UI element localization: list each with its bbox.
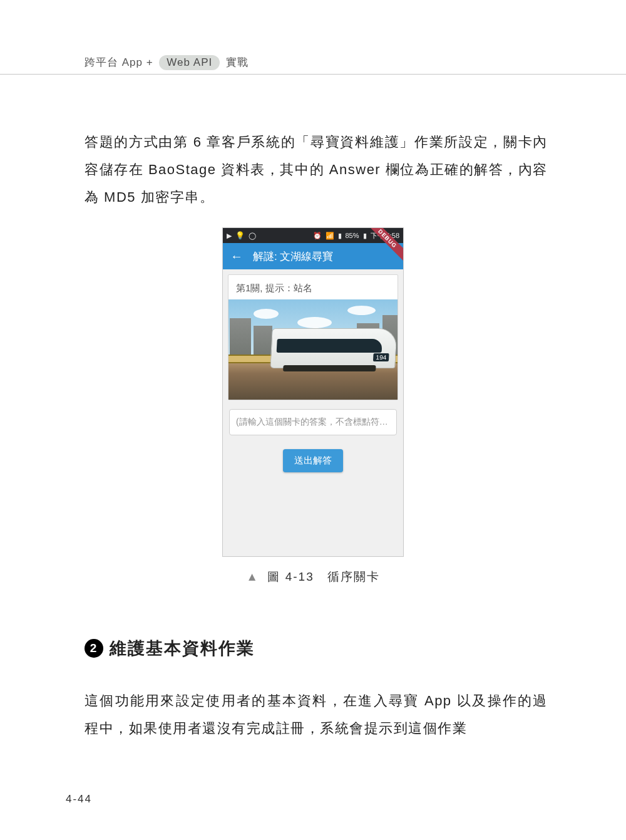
appbar-title: 解謎: 文湖線尋寶 <box>253 249 333 264</box>
alarm-icon: ⏰ <box>313 232 322 239</box>
head-badge: Web API <box>159 55 220 70</box>
caption-text: 圖 4-13 循序關卡 <box>267 570 379 583</box>
status-bar: ▶ 💡 ◯ ⏰ 📶 ▮ 85% ▮ 下午 5:58 <box>223 228 403 243</box>
wifi-icon: 📶 <box>326 232 334 239</box>
section-2-heading: 2 維護基本資料作業 <box>85 637 255 660</box>
head-rule <box>0 74 626 75</box>
section-2-title: 維護基本資料作業 <box>110 637 255 660</box>
train-illustration: 194 <box>270 328 397 368</box>
caption-marker-icon: ▲ <box>246 570 259 583</box>
answer-input[interactable]: (請輸入這個關卡的答案，不含標點符… <box>229 409 397 435</box>
app-bar: ← 解謎: 文湖線尋寶 <box>223 243 403 269</box>
page-number: 4-44 <box>66 793 92 806</box>
figure-caption: ▲ 圖 4-13 循序關卡 <box>0 569 626 585</box>
head-prefix: 跨平台 App + <box>85 56 153 68</box>
bulb-icon: 💡 <box>235 232 245 239</box>
section-number-badge: 2 <box>85 639 103 658</box>
running-head: 跨平台 App + Web API 實戰 <box>85 55 626 70</box>
clock-text: 下午 5:58 <box>371 232 399 239</box>
statusbar-left: ▶ 💡 ◯ <box>227 232 256 239</box>
stage-photo: 194 <box>228 299 398 400</box>
paragraph-1: 答題的方式由第 6 章客戶系統的「尋寶資料維護」作業所設定，關卡內容儲存在 Ba… <box>85 128 548 211</box>
signal-icon: ▮ <box>338 232 342 239</box>
circle-icon: ◯ <box>249 232 256 239</box>
submit-button[interactable]: 送出解答 <box>283 449 343 472</box>
phone-mockup: ▶ 💡 ◯ ⏰ 📶 ▮ 85% ▮ 下午 5:58 ← 解謎: 文湖線尋寶 第1… <box>222 227 404 557</box>
statusbar-right: ⏰ 📶 ▮ 85% ▮ 下午 5:58 <box>313 232 400 239</box>
stage-title: 第1關, 提示：站名 <box>228 275 398 299</box>
back-icon[interactable]: ← <box>230 249 243 264</box>
youtube-icon: ▶ <box>227 232 232 239</box>
paragraph-2: 這個功能用來設定使用者的基本資料，在進入尋寶 App 以及操作的過程中，如果使用… <box>85 687 548 742</box>
answer-placeholder: (請輸入這個關卡的答案，不含標點符… <box>236 417 388 428</box>
battery-icon: ▮ <box>363 232 367 239</box>
train-number: 194 <box>373 353 389 361</box>
head-suffix: 實戰 <box>226 56 249 68</box>
stage-card: 第1關, 提示：站名 194 <box>228 274 398 400</box>
battery-text: 85% <box>346 232 359 239</box>
